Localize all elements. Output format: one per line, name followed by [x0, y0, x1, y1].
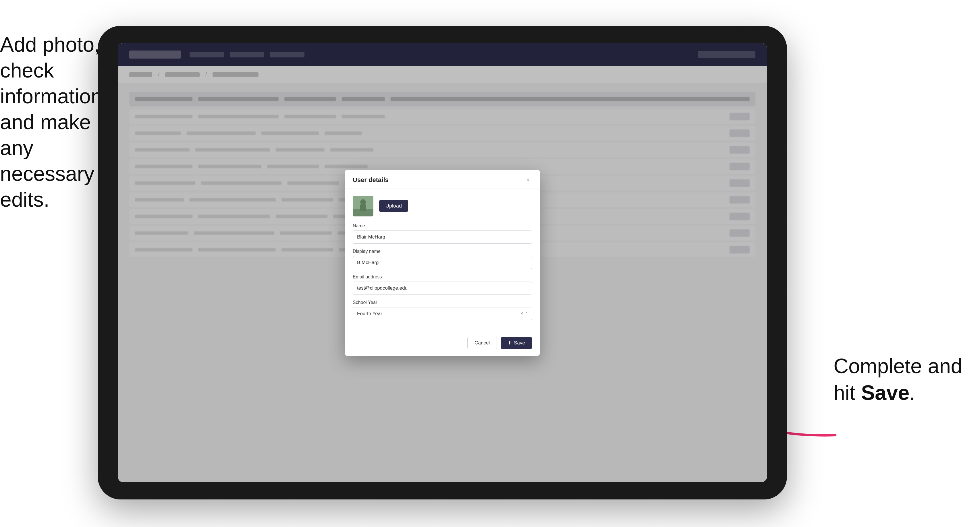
- modal-body: Upload Name Display name: [345, 189, 540, 332]
- modal-close-button[interactable]: ×: [524, 176, 532, 184]
- display-name-input[interactable]: [353, 256, 532, 269]
- avatar-image: [353, 196, 373, 216]
- select-clear-icon[interactable]: ×: [520, 311, 523, 317]
- name-label: Name: [353, 223, 532, 229]
- upload-photo-button[interactable]: Upload: [379, 200, 408, 212]
- svg-rect-5: [360, 204, 366, 211]
- email-label: Email address: [353, 275, 532, 279]
- school-year-select-wrapper: Fourth Year First Year Second Year Third…: [353, 307, 532, 320]
- display-name-form-group: Display name: [353, 249, 532, 269]
- name-input[interactable]: [353, 230, 532, 244]
- cancel-button[interactable]: Cancel: [467, 337, 497, 349]
- modal-footer: Cancel ⬆ Save: [345, 332, 540, 356]
- school-year-select[interactable]: Fourth Year First Year Second Year Third…: [353, 307, 532, 320]
- save-icon: ⬆: [508, 340, 512, 346]
- user-details-modal: User details ×: [345, 170, 540, 356]
- email-input[interactable]: [353, 282, 532, 295]
- tablet-screen: / /: [118, 43, 767, 482]
- tablet-device: / /: [98, 26, 787, 500]
- annotation-right: Complete and hit Save.: [834, 353, 971, 406]
- modal-header: User details ×: [345, 170, 540, 189]
- save-button-label: Save: [514, 340, 525, 346]
- avatar-thumbnail: [353, 196, 373, 216]
- save-button[interactable]: ⬆ Save: [501, 337, 532, 349]
- email-form-group: Email address: [353, 275, 532, 295]
- school-year-label: School Year: [353, 300, 532, 305]
- school-year-form-group: School Year Fourth Year First Year Secon…: [353, 300, 532, 320]
- modal-overlay: User details ×: [118, 43, 767, 482]
- name-form-group: Name: [353, 223, 532, 244]
- display-name-label: Display name: [353, 249, 532, 254]
- modal-title: User details: [353, 176, 388, 184]
- app-background: / /: [118, 43, 767, 482]
- photo-section: Upload: [353, 196, 532, 216]
- svg-point-4: [360, 199, 366, 205]
